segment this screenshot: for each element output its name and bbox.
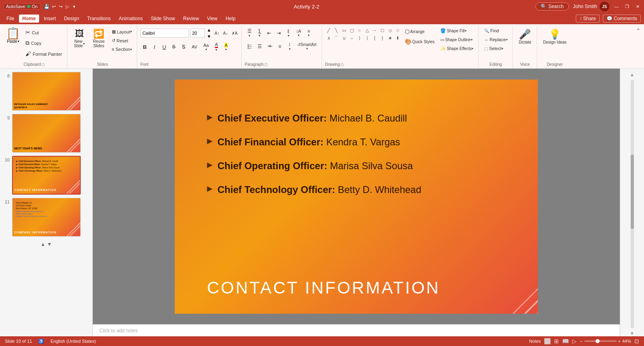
font-size-grow-button[interactable]: A↑	[213, 30, 221, 36]
text-highlight-button[interactable]: A▾	[222, 41, 230, 53]
underline-button[interactable]: U	[160, 42, 169, 52]
drawing-expand-icon[interactable]: ⬡	[341, 63, 344, 67]
dictate-button[interactable]: 🎤 Dictate	[516, 27, 534, 46]
redo-icon[interactable]: ↪	[57, 3, 64, 10]
slides-scroll-down[interactable]: ▼	[47, 241, 52, 247]
copy-button[interactable]: ⧉ Copy	[23, 38, 65, 48]
slide-item-9[interactable]: 9 NEXT YEAR'S NEWS	[0, 112, 92, 154]
menu-insert[interactable]: Insert	[41, 15, 59, 23]
shape-cell[interactable]: ╲	[333, 27, 340, 34]
design-ideas-button[interactable]: 💡 Design Ideas	[540, 27, 569, 46]
bullets-button[interactable]: ☰▾	[245, 27, 254, 39]
columns-button[interactable]: ⫿▾	[284, 27, 293, 39]
font-size-decrease-button[interactable]: ▼	[206, 33, 212, 40]
clear-formatting-button[interactable]: ✗A	[230, 30, 239, 36]
shape-cell8[interactable]: ⌣	[348, 34, 355, 42]
change-case-button[interactable]: Aa▾	[201, 41, 211, 53]
justify-button[interactable]: ≡	[276, 42, 284, 51]
shape-cell5[interactable]: ∧	[325, 34, 332, 42]
notes-status-button[interactable]: Notes	[529, 339, 541, 344]
shape-outline-button[interactable]: ▭ Shape Outline ▾	[438, 36, 476, 44]
share-button[interactable]: ↑ Share	[576, 15, 600, 23]
fit-slide-icon[interactable]: ⊡	[634, 338, 639, 344]
numbering-button[interactable]: 1̲▾	[255, 27, 264, 39]
menu-design[interactable]: Design	[61, 15, 82, 23]
save-icon[interactable]: 💾	[44, 3, 50, 10]
menu-slideshow[interactable]: Slide Show	[148, 15, 178, 23]
shape-effects-button[interactable]: ✨ Shape Effects ▾	[438, 44, 476, 53]
undo-icon[interactable]: ↩	[50, 3, 57, 10]
right-scroll-up[interactable]: ▲	[630, 72, 635, 78]
shape-cell11[interactable]: {	[371, 34, 378, 42]
shape-arrow[interactable]: →	[371, 27, 378, 34]
shape-cell[interactable]: ╱	[325, 27, 332, 34]
text-shadow-button[interactable]: S	[179, 42, 188, 51]
bold-button[interactable]: B	[140, 42, 149, 52]
section-button[interactable]: ≡ Section ▾	[109, 45, 134, 53]
shape-cell12[interactable]: }	[379, 34, 386, 42]
slideshow-icon[interactable]: ▷	[572, 338, 577, 344]
shape-rounded-rect[interactable]: ▢	[348, 27, 355, 34]
shape-cell4[interactable]: ☆	[394, 27, 401, 34]
format-painter-button[interactable]: 🖌 Format Painter	[23, 49, 65, 59]
search-bar[interactable]: 🔍 Search	[535, 2, 569, 10]
convert-smartart-button[interactable]: ↺SmartArt▾	[295, 41, 319, 52]
slide-sorter-icon[interactable]: ⊞	[554, 338, 559, 344]
zoom-in-icon[interactable]: +	[618, 339, 621, 344]
quick-styles-button[interactable]: 🎨 Quick Styles	[402, 37, 437, 46]
paragraph-expand-icon[interactable]: ⬡	[264, 63, 268, 67]
autosave-badge[interactable]: AutoSave On	[3, 3, 40, 10]
restore-window-icon[interactable]: ❐	[624, 3, 630, 10]
decrease-indent-button[interactable]: ⇤	[265, 29, 274, 38]
shape-cell2[interactable]: ⬠	[379, 27, 386, 34]
cut-button[interactable]: ✂ Cut	[23, 27, 65, 38]
zoom-slider[interactable]	[584, 340, 617, 342]
char-spacing-button[interactable]: AV	[189, 43, 200, 51]
shapes-more[interactable]: ⬇	[394, 34, 401, 42]
font-name-input[interactable]	[140, 29, 189, 38]
shape-star[interactable]: ★	[387, 34, 394, 42]
font-size-increase-button[interactable]: ▲	[206, 27, 212, 33]
italic-button[interactable]: I	[150, 42, 159, 52]
find-button[interactable]: 🔍 Find	[482, 27, 501, 35]
select-button[interactable]: ⬚ Select ▾	[482, 44, 506, 52]
shape-cell10[interactable]: ⟨	[364, 34, 371, 42]
font-size-input[interactable]	[190, 29, 205, 38]
close-window-icon[interactable]: ✕	[634, 3, 641, 10]
increase-indent-button[interactable]: ⇥	[274, 29, 283, 38]
shape-fill-button[interactable]: 🪣 Shape Fill ▾	[438, 27, 476, 35]
right-scrollbar-thumb[interactable]	[631, 155, 634, 229]
text-direction-button[interactable]: ↕A▾	[294, 27, 304, 39]
ribbon-minimize-icon[interactable]: —	[613, 3, 620, 10]
font-size-shrink-button[interactable]: A↓	[222, 30, 229, 36]
menu-animations[interactable]: Animations	[115, 15, 146, 23]
slide-item-8[interactable]: 8 DETAILED SALES SUMMARY (QUARTER 4)	[0, 70, 92, 112]
strikethrough-button[interactable]: S	[169, 42, 178, 51]
zoom-out-icon[interactable]: −	[580, 339, 582, 344]
accessibility-icon[interactable]: ♿	[38, 339, 44, 344]
comments-button[interactable]: 💬 Comments	[603, 15, 641, 23]
align-center-button[interactable]: ☰	[255, 42, 264, 51]
normal-view-icon[interactable]: ⬜	[544, 338, 551, 344]
shape-rectangle[interactable]: ▭	[341, 27, 348, 34]
line-spacing-button[interactable]: ↕▾	[285, 40, 294, 52]
canvas-wrapper[interactable]: ▶ Chief Executive Officer: Michael B. Ca…	[93, 69, 620, 324]
slide-item-10[interactable]: 10 ▶Chief Executive Officer: Michael B. …	[0, 154, 92, 196]
slide-canvas[interactable]: ▶ Chief Executive Officer: Michael B. Ca…	[175, 80, 538, 314]
shape-cell6[interactable]: ⌒	[333, 34, 340, 42]
new-slide-button[interactable]: 🖼 NewSlide▾	[71, 27, 88, 50]
notes-bar[interactable]: Click to add notes	[93, 324, 620, 336]
paste-button[interactable]: 📋 Paste▾	[4, 27, 22, 45]
menu-home[interactable]: Home	[19, 15, 39, 23]
align-text-button[interactable]: ≡▾	[304, 27, 313, 39]
replace-button[interactable]: ↔ Replace ▾	[482, 36, 510, 44]
menu-view[interactable]: View	[204, 15, 221, 23]
shape-triangle[interactable]: △	[364, 27, 371, 34]
align-left-button[interactable]: ⬱	[245, 42, 254, 51]
menu-review[interactable]: Review	[180, 15, 202, 23]
slide-item-11[interactable]: 11 Acme Widgets Inc. 123 Porter Street N…	[0, 196, 92, 238]
reading-view-icon[interactable]: 📖	[562, 338, 569, 344]
clipboard-expand-icon[interactable]: ⬡	[42, 63, 45, 67]
layout-button[interactable]: ▦ Layout ▾	[109, 27, 134, 36]
shape-cell7[interactable]: ∪	[341, 34, 348, 42]
